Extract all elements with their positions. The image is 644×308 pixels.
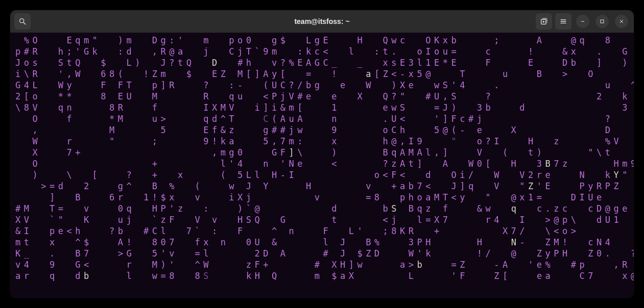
menu-button[interactable] bbox=[555, 13, 571, 30]
minimize-button[interactable] bbox=[576, 15, 589, 28]
new-tab-icon bbox=[540, 17, 548, 25]
svg-point-0 bbox=[20, 19, 24, 23]
search-icon bbox=[18, 17, 27, 25]
svg-line-1 bbox=[23, 22, 26, 24]
maximize-icon bbox=[599, 18, 605, 24]
matrix-rain-output: %O Eqm" )m Dg:' m po0 g$ LgE H Qwc OKxb … bbox=[15, 35, 629, 281]
search-button[interactable] bbox=[14, 13, 31, 30]
minimize-icon bbox=[580, 18, 586, 24]
maximize-button[interactable] bbox=[595, 15, 609, 28]
svg-rect-9 bbox=[601, 20, 604, 23]
hamburger-menu-icon bbox=[559, 17, 567, 25]
close-button[interactable] bbox=[615, 15, 628, 28]
new-tab-button[interactable] bbox=[536, 13, 552, 30]
close-icon bbox=[618, 18, 625, 24]
terminal-viewport[interactable]: %O Eqm" )m Dg:' m po0 g$ LgE H Qwc OKxb … bbox=[10, 33, 634, 298]
titlebar: team@itsfoss: ~ bbox=[10, 10, 634, 33]
terminal-window: team@itsfoss: ~ %O Eqm" )m Dg:' m po0 g$… bbox=[10, 10, 634, 298]
